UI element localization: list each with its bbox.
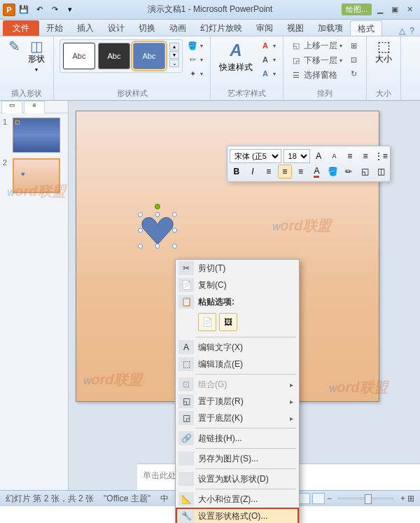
ctx-hyperlink[interactable]: 🔗超链接(H)...	[176, 430, 299, 447]
tab-design[interactable]: 设计	[101, 20, 132, 36]
resize-handle[interactable]	[172, 244, 177, 249]
align-left-button[interactable]: ≡	[262, 165, 276, 179]
minimize-button[interactable]: ▁	[374, 4, 386, 15]
ctx-edit-text[interactable]: A编辑文字(X)	[176, 339, 299, 356]
shrink-font-button[interactable]: A	[328, 149, 341, 163]
app-icon[interactable]: P	[3, 4, 15, 16]
tab-transition[interactable]: 切换	[132, 20, 162, 36]
bring-forward-button[interactable]: ◱上移一层▾	[289, 39, 344, 53]
increase-indent-button[interactable]: ≡	[358, 149, 372, 163]
fit-to-window-button[interactable]: ⊞	[407, 494, 414, 503]
tab-review[interactable]: 审阅	[249, 20, 280, 36]
zoom-out-button[interactable]: −	[327, 494, 332, 503]
resize-handle[interactable]	[138, 228, 143, 233]
scroll-up-icon[interactable]: ▴	[169, 43, 179, 50]
thumbnail-1[interactable]: 1	[3, 118, 65, 153]
undo-button[interactable]: ↶	[32, 3, 46, 17]
quick-styles-button[interactable]: A 快速样式	[216, 39, 255, 75]
text-outline-button[interactable]: A▾	[258, 53, 277, 66]
shapes-button[interactable]: ◫ 形状 ▾	[25, 39, 48, 74]
slideshow-view-button[interactable]	[312, 493, 325, 504]
shape-fill-button[interactable]: 🪣▾	[186, 39, 204, 52]
ctx-edit-points[interactable]: ⬚编辑顶点(E)	[176, 356, 299, 372]
resize-handle[interactable]	[172, 228, 177, 233]
style-preset-3[interactable]: Abc	[133, 43, 165, 69]
arrange-button[interactable]: ◱	[358, 165, 372, 179]
restore-button[interactable]: ▣	[388, 4, 401, 15]
align-center-button[interactable]: ≡	[278, 165, 292, 179]
style-gallery[interactable]: Abc Abc Abc ▴▾⌄	[59, 39, 183, 73]
ctx-save-as-picture[interactable]: 另存为图片(S)...	[176, 450, 299, 467]
resize-handle[interactable]	[155, 212, 160, 217]
language-info[interactable]: 中	[160, 493, 169, 505]
text-effects-button[interactable]: A▾	[258, 67, 277, 80]
shape-outline-button[interactable]: ✏	[342, 165, 356, 179]
shape-outline-button[interactable]: ✏▾	[186, 53, 204, 66]
tab-slideshow[interactable]: 幻灯片放映	[193, 20, 249, 36]
ctx-bring-front[interactable]: ◱置于顶层(R)▸	[176, 393, 299, 410]
shapes-label: 形状	[28, 53, 45, 65]
ctx-send-back[interactable]: ◲置于底层(K)▸	[176, 410, 299, 426]
edit-shape-button[interactable]: ✎	[6, 39, 22, 53]
paste-option-1[interactable]: 📄	[198, 313, 216, 331]
align-button[interactable]: ⊞	[346, 39, 360, 52]
tab-home[interactable]: 开始	[39, 20, 70, 36]
gallery-expand-icon[interactable]: ⌄	[169, 60, 179, 67]
font-color-button[interactable]: A	[310, 165, 324, 179]
resize-handle[interactable]	[138, 244, 143, 249]
tab-insert[interactable]: 插入	[70, 20, 101, 36]
ctx-cut[interactable]: ✂剪切(T)	[176, 260, 299, 277]
help-icon[interactable]: ?	[410, 26, 414, 36]
bold-button[interactable]: B	[230, 165, 244, 179]
font-size-select[interactable]: 18	[284, 149, 310, 163]
selection-pane-button[interactable]: ☰选择窗格	[289, 69, 344, 82]
ctx-copy[interactable]: 📄复制(C)	[176, 277, 299, 293]
save-button[interactable]: 💾	[17, 3, 31, 17]
bullets-button[interactable]: ⋮≡	[374, 149, 388, 163]
thumbnail-2[interactable]: 2	[3, 158, 65, 193]
shape-fill-button[interactable]: 🪣	[326, 165, 340, 179]
tab-view[interactable]: 视图	[280, 20, 311, 36]
back-icon: ◲	[183, 413, 190, 423]
grow-font-button[interactable]: A	[312, 149, 326, 163]
scroll-down-icon[interactable]: ▾	[169, 51, 179, 59]
minimize-ribbon-icon[interactable]: △	[399, 26, 405, 36]
tab-addins[interactable]: 加载项	[311, 20, 350, 36]
resize-handle[interactable]	[138, 212, 143, 217]
zoom-slider[interactable]	[338, 497, 394, 500]
drawing-tools-tab[interactable]: 绘图...	[342, 4, 372, 15]
font-family-select[interactable]: 宋体 (正5	[230, 149, 281, 163]
group-button[interactable]: ⊡	[346, 53, 360, 66]
redo-button[interactable]: ↷	[48, 3, 62, 17]
style-preset-2[interactable]: Abc	[98, 43, 130, 69]
paste-option-2[interactable]: 🖼	[219, 313, 237, 331]
resize-handle[interactable]	[155, 244, 160, 249]
group-label: 排列	[289, 87, 360, 99]
decrease-indent-button[interactable]: ≡	[343, 149, 356, 163]
rotate-button[interactable]: ↻	[346, 67, 360, 80]
send-backward-button[interactable]: ◲下移一层▾	[289, 54, 344, 67]
slides-tab[interactable]: ▭	[1, 101, 22, 113]
qat-customize[interactable]: ▾	[63, 3, 77, 17]
shape-effects-button[interactable]: ✦▾	[186, 67, 204, 80]
align-right-button[interactable]: ≡	[294, 165, 308, 179]
zoom-in-button[interactable]: +	[400, 494, 405, 503]
text-fill-button[interactable]: A▾	[258, 39, 277, 52]
ctx-set-default[interactable]: 设置为默认形状(D)	[176, 470, 299, 487]
rotation-handle[interactable]	[155, 204, 160, 209]
italic-button[interactable]: I	[246, 165, 260, 179]
size-button[interactable]: ⬚ 大小	[372, 39, 395, 67]
rotate-icon: ↻	[348, 68, 359, 79]
ctx-size-position[interactable]: 📐大小和位置(Z)...	[176, 491, 299, 508]
resize-handle[interactable]	[172, 212, 177, 217]
tab-file[interactable]: 文件	[3, 20, 39, 36]
tab-format[interactable]: 格式	[350, 20, 382, 36]
outline-tab[interactable]: ≡	[24, 101, 45, 113]
close-button[interactable]: ✕	[404, 4, 416, 15]
ctx-format-shape[interactable]: 🔧设置形状格式(O)...	[176, 508, 299, 523]
gallery-scroll[interactable]: ▴▾⌄	[169, 43, 179, 69]
style-preset-1[interactable]: Abc	[63, 43, 95, 69]
quick-shape-button[interactable]: ◫	[374, 165, 388, 179]
heart-shape[interactable]	[141, 215, 174, 246]
tab-animation[interactable]: 动画	[162, 20, 193, 36]
